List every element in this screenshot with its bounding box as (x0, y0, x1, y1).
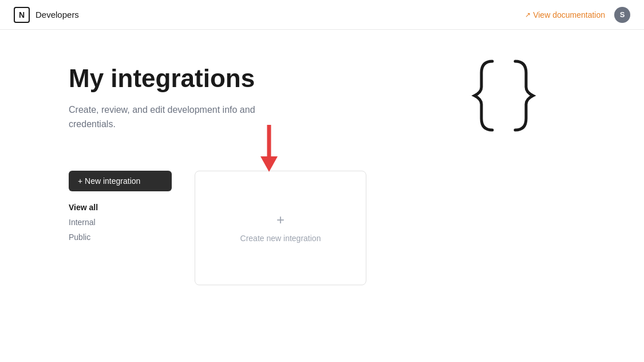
external-link-icon: ↗ (525, 11, 531, 19)
header-title: Developers (35, 10, 79, 19)
main-content: My integrations Create, review, and edit… (0, 30, 644, 362)
new-integration-button[interactable]: + New integration (69, 171, 172, 191)
header-left: N Developers (14, 7, 79, 23)
red-arrow-svg (252, 125, 286, 176)
sidebar: + New integration View all Internal Publ… (69, 171, 172, 244)
app-header: N Developers ↗ View documentation S (0, 0, 644, 30)
plus-icon: + (276, 213, 285, 227)
create-integration-card[interactable]: + Create new integration (195, 171, 366, 285)
svg-marker-1 (260, 156, 278, 172)
create-card-label: Create new integration (240, 234, 321, 243)
hero-section: My integrations Create, review, and edit… (69, 64, 575, 143)
view-docs-link[interactable]: ↗ View documentation (525, 10, 605, 19)
nav-item-view-all[interactable]: View all (69, 200, 172, 214)
arrow-container (252, 125, 286, 176)
cards-area: + Create new integration (195, 171, 575, 285)
nav-list: View all Internal Public (69, 200, 172, 244)
avatar[interactable]: S (614, 7, 630, 23)
nav-item-public[interactable]: Public (69, 230, 172, 244)
content-area: + New integration View all Internal Publ… (69, 171, 575, 285)
header-right: ↗ View documentation S (525, 7, 630, 23)
nav-item-internal[interactable]: Internal (69, 215, 172, 229)
hero-text: My integrations Create, review, and edit… (69, 64, 467, 132)
notion-logo: N (14, 7, 30, 23)
page-title: My integrations (69, 64, 467, 93)
curly-braces-svg (467, 53, 541, 133)
braces-icon (467, 53, 541, 143)
new-integration-label: + New integration (78, 176, 140, 186)
view-docs-label: View documentation (533, 10, 605, 19)
